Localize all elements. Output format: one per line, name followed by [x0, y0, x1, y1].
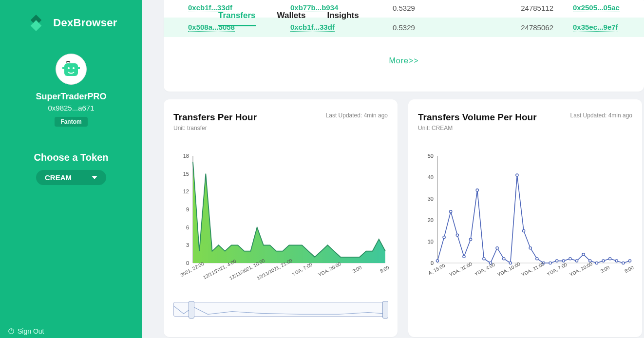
svg-text:40: 40 [428, 174, 434, 180]
svg-text:3: 3 [186, 242, 189, 248]
avatar[interactable] [56, 54, 87, 85]
svg-point-47 [516, 174, 518, 176]
amount-cell: 0.5329 [393, 23, 475, 32]
svg-point-64 [628, 260, 631, 262]
svg-text:2021, 22:00: 2021, 22:00 [179, 261, 205, 278]
brush-handle-left[interactable] [189, 301, 194, 319]
svg-text:3:00: 3:00 [600, 264, 611, 274]
svg-point-45 [503, 258, 505, 260]
svg-text:0: 0 [431, 260, 434, 266]
svg-point-52 [549, 262, 551, 264]
chart-updated: Last Updated: 4min ago [570, 112, 632, 119]
svg-rect-5 [62, 67, 65, 69]
svg-text:10: 10 [428, 239, 434, 244]
tab-transfers[interactable]: Transfers [218, 11, 256, 26]
wallet-address[interactable]: 0x9825...a671 [48, 104, 94, 112]
svg-text:30: 30 [428, 196, 434, 202]
chart-title: Transfers Per Hour [173, 112, 257, 123]
chart-unit: Unit: CREAM [418, 125, 632, 131]
token-select[interactable]: CREAM [36, 170, 106, 185]
svg-text:15: 15 [183, 171, 189, 177]
svg-text:18: 18 [183, 153, 189, 159]
svg-rect-6 [77, 67, 80, 69]
svg-point-48 [522, 229, 525, 232]
svg-text:YDA, 7:00: YDA, 7:00 [291, 262, 313, 277]
svg-point-62 [615, 260, 618, 262]
brush-slider[interactable] [173, 302, 388, 317]
svg-text:3:00: 3:00 [352, 264, 363, 274]
chart-updated: Last Updated: 4min ago [326, 112, 388, 119]
tx-hash-link[interactable]: 0x2505...05ac [573, 3, 620, 12]
svg-point-61 [609, 258, 611, 260]
svg-point-41 [476, 189, 478, 191]
svg-point-35 [436, 260, 438, 262]
chart-title: Transfers Volume Per Hour [418, 112, 537, 123]
chart-card-volume-per-hour: Transfers Volume Per Hour Last Updated: … [408, 99, 642, 337]
tab-insights[interactable]: Insights [327, 11, 359, 26]
svg-point-39 [463, 255, 465, 258]
svg-point-38 [456, 234, 458, 236]
chart-unit: Unit: transfer [173, 125, 388, 131]
sidebar: DexBrowser SuperTraderPRO 0x9825...a671 … [0, 0, 142, 338]
svg-rect-2 [64, 63, 78, 76]
block-cell: 24785112 [475, 4, 573, 12]
svg-point-40 [470, 238, 472, 241]
brush-handle-right[interactable] [382, 301, 388, 319]
amount-cell: 0.5329 [393, 4, 475, 12]
svg-text:9: 9 [186, 207, 189, 212]
svg-point-53 [556, 260, 558, 262]
svg-point-50 [536, 258, 538, 260]
svg-text:8:00: 8:00 [379, 264, 390, 274]
svg-point-56 [575, 260, 578, 262]
svg-point-44 [496, 247, 498, 249]
svg-text:YDA, 20:00: YDA, 20:00 [317, 261, 342, 278]
power-icon [8, 328, 15, 335]
username: SuperTraderPRO [36, 92, 106, 102]
block-cell: 24785062 [475, 23, 573, 32]
tabs: Transfers Wallets Insights [218, 11, 359, 26]
tab-wallets[interactable]: Wallets [277, 11, 306, 26]
more-link[interactable]: More>> [164, 56, 644, 65]
svg-point-42 [483, 258, 485, 260]
svg-text:50: 50 [428, 153, 434, 159]
svg-point-63 [622, 262, 625, 264]
svg-point-59 [595, 262, 598, 264]
brand-logo-icon [25, 12, 47, 34]
svg-text:YDA, 22:00: YDA, 22:00 [449, 261, 474, 278]
svg-text:6: 6 [186, 225, 189, 230]
svg-text:12: 12 [183, 188, 189, 194]
svg-point-49 [529, 247, 531, 249]
tx-hash-link[interactable]: 0x35ec...9e7f [573, 23, 618, 32]
brand-name: DexBrowser [53, 17, 117, 29]
svg-point-60 [602, 260, 605, 262]
svg-point-36 [443, 236, 445, 239]
brand: DexBrowser [25, 12, 117, 34]
svg-text:8:00: 8:00 [624, 264, 635, 274]
svg-point-3 [68, 67, 70, 69]
svg-point-55 [569, 258, 571, 260]
svg-point-57 [582, 253, 585, 256]
svg-text:YDA, 20:00: YDA, 20:00 [568, 261, 593, 278]
main-content: Transfers Wallets Insights 0xcb1f...33df… [142, 0, 644, 338]
svg-point-4 [73, 67, 75, 69]
chevron-down-icon [92, 176, 97, 179]
svg-point-37 [450, 210, 452, 213]
choose-token-label: Choose a Token [34, 152, 109, 163]
svg-text:YDA, 21:00: YDA, 21:00 [521, 261, 546, 278]
token-selected-label: CREAM [45, 173, 72, 182]
svg-point-46 [509, 262, 511, 264]
svg-text:20: 20 [428, 217, 434, 223]
chain-badge[interactable]: Fantom [55, 117, 87, 127]
svg-text:0: 0 [186, 260, 189, 266]
chart-card-transfers-per-hour: Transfers Per Hour Last Updated: 4min ag… [164, 99, 398, 337]
chart-area[interactable]: 03691215182021, 22:0012/11/2021, 4:0012/… [173, 156, 388, 282]
sign-out-link[interactable]: Sign Out [8, 327, 44, 335]
chart-area[interactable]: 01020304050A, 15:00YDA, 22:00YDA, 4:00YD… [418, 156, 632, 282]
svg-text:YDA, 4:00: YDA, 4:00 [474, 262, 496, 277]
